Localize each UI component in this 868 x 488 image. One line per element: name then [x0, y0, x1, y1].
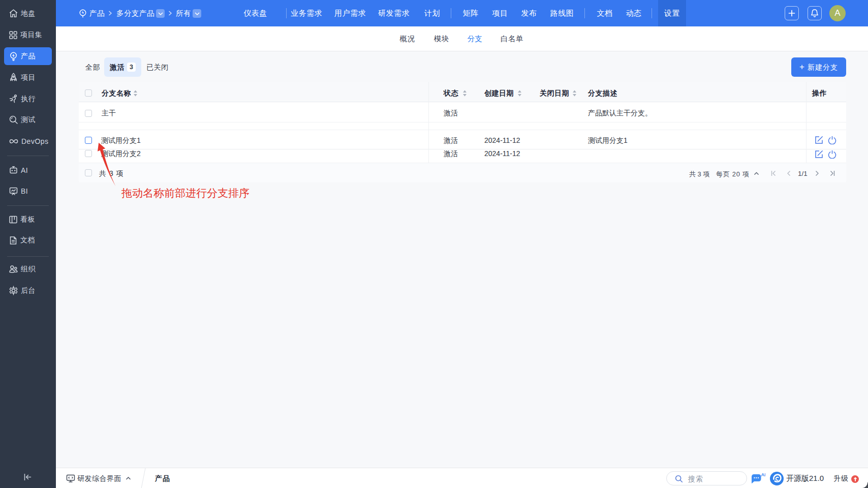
svg-text:AI: AI — [761, 472, 766, 477]
